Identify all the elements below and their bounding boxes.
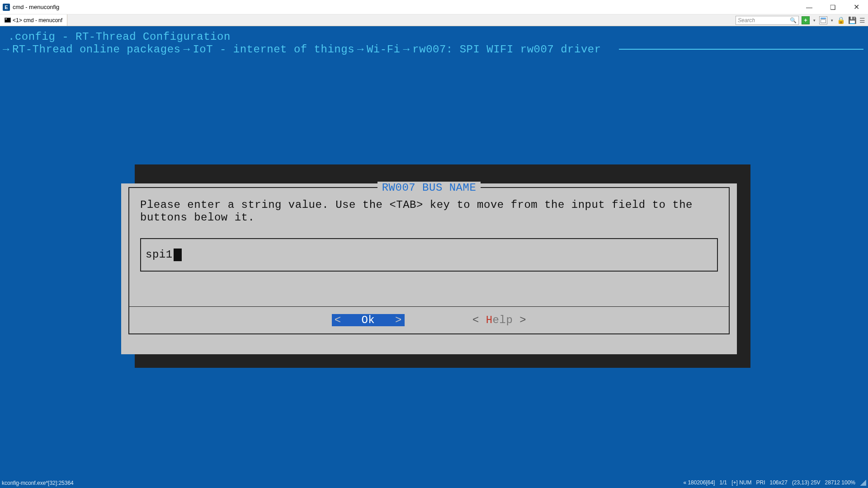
- arrow-icon: →: [0, 43, 12, 56]
- terminal-viewport: .config - RT-Thread Configuration → RT-T…: [0, 26, 868, 478]
- string-input[interactable]: spi1: [140, 238, 718, 272]
- breadcrumb: → RT-Thread online packages → IoT - inte…: [0, 43, 868, 56]
- new-tab-dropdown[interactable]: ▾: [812, 18, 816, 23]
- dialog-body-frame: RW007 BUS NAME Please enter a string val…: [128, 187, 730, 306]
- arrow-icon: →: [354, 43, 367, 56]
- status-numlock: [+] NUM: [731, 479, 751, 487]
- resize-grip-icon[interactable]: [860, 479, 866, 486]
- status-build: « 180206[64]: [683, 479, 715, 487]
- tab-toolbar: <1> cmd - menuconf Search 🔍 + ▾ ▾ 🔒 💾 ☰: [0, 14, 868, 26]
- dialog-button-row: < Ok > < Help >: [128, 306, 730, 334]
- window-maximize-button[interactable]: ❏: [821, 0, 844, 14]
- window-layout-dropdown[interactable]: ▾: [830, 18, 834, 23]
- window-title: cmd - menuconfig: [13, 4, 59, 10]
- breadcrumb-item: rw007: SPI WIFI rw007 driver: [412, 43, 601, 56]
- text-cursor: [174, 249, 182, 261]
- search-icon: 🔍: [790, 17, 797, 23]
- status-process: kconfig-mconf.exe*[32]:25364: [2, 480, 74, 486]
- search-placeholder: Search: [738, 17, 755, 23]
- status-priority: PRI: [756, 479, 765, 487]
- breadcrumb-item: IoT - internet of things: [193, 43, 354, 56]
- string-input-value: spi1: [146, 249, 173, 261]
- terminal-tab-label: <1> cmd - menuconf: [13, 17, 62, 23]
- new-tab-button[interactable]: +: [802, 16, 810, 24]
- lock-icon[interactable]: 🔒: [837, 16, 845, 24]
- status-size: 106x27: [770, 479, 788, 487]
- status-bar: kconfig-mconf.exe*[32]:25364 « 180206[64…: [0, 478, 868, 488]
- dialog-title: RW007 BUS NAME: [377, 182, 481, 194]
- window-minimize-button[interactable]: —: [797, 0, 821, 14]
- breadcrumb-spacer: [601, 43, 615, 56]
- terminal-icon: [5, 18, 11, 23]
- arrow-icon: →: [400, 43, 412, 56]
- search-input[interactable]: Search 🔍: [736, 16, 799, 25]
- window-layout-button[interactable]: [819, 16, 827, 24]
- config-header: .config - RT-Thread Configuration: [0, 26, 868, 43]
- save-icon[interactable]: 💾: [848, 16, 857, 24]
- breadcrumb-item: Wi-Fi: [367, 43, 401, 56]
- arrow-icon: →: [180, 43, 193, 56]
- hamburger-menu-icon[interactable]: ☰: [859, 17, 865, 24]
- terminal-tab[interactable]: <1> cmd - menuconf: [0, 14, 67, 26]
- app-icon: E: [3, 4, 10, 11]
- status-page: 1/1: [719, 479, 727, 487]
- breadcrumb-item: RT-Thread online packages: [12, 43, 181, 56]
- string-input-dialog: RW007 BUS NAME Please enter a string val…: [121, 183, 737, 354]
- status-cursor-pos: (23,13) 25V: [792, 479, 821, 487]
- status-zoom: 28712 100%: [825, 479, 855, 487]
- window-titlebar: E cmd - menuconfig — ❏ ✕: [0, 0, 868, 14]
- help-button[interactable]: < Help >: [472, 314, 526, 327]
- ok-button[interactable]: < Ok >: [332, 314, 405, 327]
- breadcrumb-rule: [619, 49, 863, 50]
- window-close-button[interactable]: ✕: [844, 0, 868, 14]
